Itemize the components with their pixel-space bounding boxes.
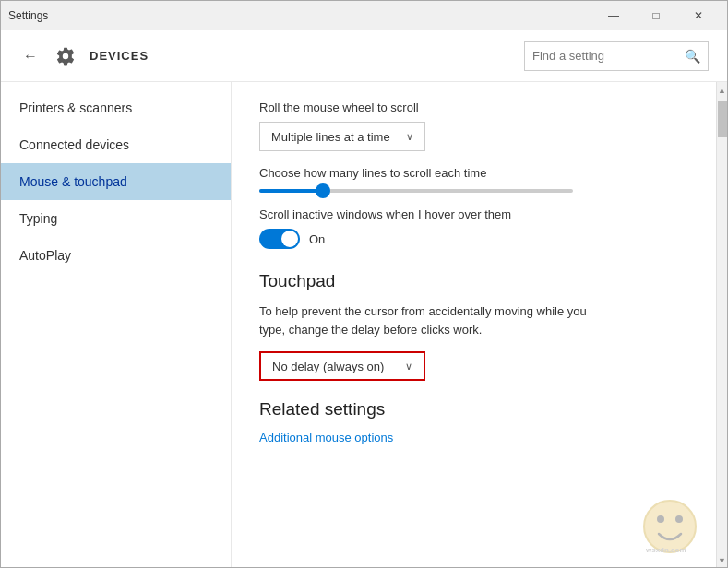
- title-bar-controls: — □ ✕: [592, 1, 720, 30]
- toggle-knob: [281, 231, 298, 247]
- header-left: ← DEVICES: [19, 43, 149, 69]
- sidebar-item-typing[interactable]: Typing: [1, 200, 231, 237]
- additional-mouse-options-link[interactable]: Additional mouse options: [259, 431, 393, 444]
- header-title: DEVICES: [90, 49, 149, 63]
- scroll-wheel-label: Roll the mouse wheel to scroll: [259, 101, 688, 114]
- scroll-wheel-dropdown-arrow: ∨: [406, 131, 413, 143]
- sidebar: Printers & scanners Connected devices Mo…: [1, 82, 232, 567]
- touchpad-desc: To help prevent the cursor from accident…: [259, 302, 610, 338]
- header: ← DEVICES 🔍: [1, 30, 727, 82]
- sidebar-item-printers-label: Printers & scanners: [19, 101, 132, 115]
- scrollbar-thumb[interactable]: [718, 101, 727, 137]
- inactive-windows-section: Scroll inactive windows when I hover ove…: [259, 207, 688, 249]
- scrollbar-thumb-area: [717, 97, 727, 554]
- lines-slider-track[interactable]: [259, 189, 573, 193]
- search-box[interactable]: 🔍: [524, 41, 709, 71]
- slider-thumb[interactable]: [316, 183, 330, 198]
- sidebar-item-autoplay[interactable]: AutoPlay: [1, 237, 231, 274]
- close-button[interactable]: ✕: [677, 1, 720, 30]
- sidebar-item-mouse-label: Mouse & touchpad: [19, 174, 127, 189]
- sidebar-item-connected[interactable]: Connected devices: [1, 126, 231, 163]
- maximize-button[interactable]: □: [635, 1, 677, 30]
- inactive-windows-label: Scroll inactive windows when I hover ove…: [259, 207, 688, 221]
- svg-point-1: [657, 515, 664, 523]
- content-area: Roll the mouse wheel to scroll Multiple …: [232, 82, 716, 567]
- lines-slider-section: Choose how many lines to scroll each tim…: [259, 166, 688, 193]
- related-settings-heading: Related settings: [259, 399, 688, 420]
- watermark: wsxdn.com: [633, 499, 707, 558]
- svg-point-2: [675, 515, 683, 523]
- inactive-windows-toggle[interactable]: [259, 229, 300, 249]
- sidebar-item-connected-label: Connected devices: [19, 137, 129, 152]
- lines-slider-label: Choose how many lines to scroll each tim…: [259, 166, 688, 180]
- svg-point-0: [644, 501, 696, 552]
- touchpad-delay-dropdown[interactable]: No delay (always on) ∨: [259, 351, 425, 381]
- title-bar-title: Settings: [8, 9, 48, 22]
- svg-text:wsxdn.com: wsxdn.com: [645, 546, 686, 554]
- touchpad-heading: Touchpad: [259, 271, 688, 291]
- sidebar-item-mouse[interactable]: Mouse & touchpad: [1, 163, 231, 200]
- title-bar: Settings — □ ✕: [1, 1, 727, 30]
- title-bar-left: Settings: [8, 9, 48, 22]
- sidebar-item-printers[interactable]: Printers & scanners: [1, 89, 231, 126]
- minimize-button[interactable]: —: [592, 1, 635, 30]
- toggle-row: On: [259, 229, 688, 249]
- touchpad-delay-dropdown-arrow: ∨: [405, 361, 412, 373]
- scroll-wheel-dropdown[interactable]: Multiple lines at a time ∨: [259, 122, 425, 151]
- search-input[interactable]: [532, 49, 685, 63]
- back-button[interactable]: ←: [19, 44, 42, 68]
- scrollbar-up-arrow[interactable]: ▲: [716, 84, 727, 97]
- vertical-scrollbar[interactable]: ▲ ▼: [716, 82, 727, 567]
- scrollbar-down-arrow[interactable]: ▼: [716, 554, 727, 567]
- gear-icon: [53, 43, 78, 69]
- touchpad-delay-dropdown-value: No delay (always on): [272, 360, 384, 373]
- main-content: Printers & scanners Connected devices Mo…: [1, 82, 727, 567]
- slider-fill: [259, 189, 322, 193]
- sidebar-item-typing-label: Typing: [19, 211, 57, 226]
- toggle-state-text: On: [309, 232, 325, 246]
- scroll-wheel-dropdown-value: Multiple lines at a time: [271, 130, 390, 144]
- scroll-wheel-section: Roll the mouse wheel to scroll Multiple …: [259, 101, 688, 151]
- sidebar-item-autoplay-label: AutoPlay: [19, 248, 71, 263]
- search-icon: 🔍: [685, 49, 700, 64]
- settings-window: Settings — □ ✕ ← DEVICES 🔍 Printe: [0, 0, 728, 568]
